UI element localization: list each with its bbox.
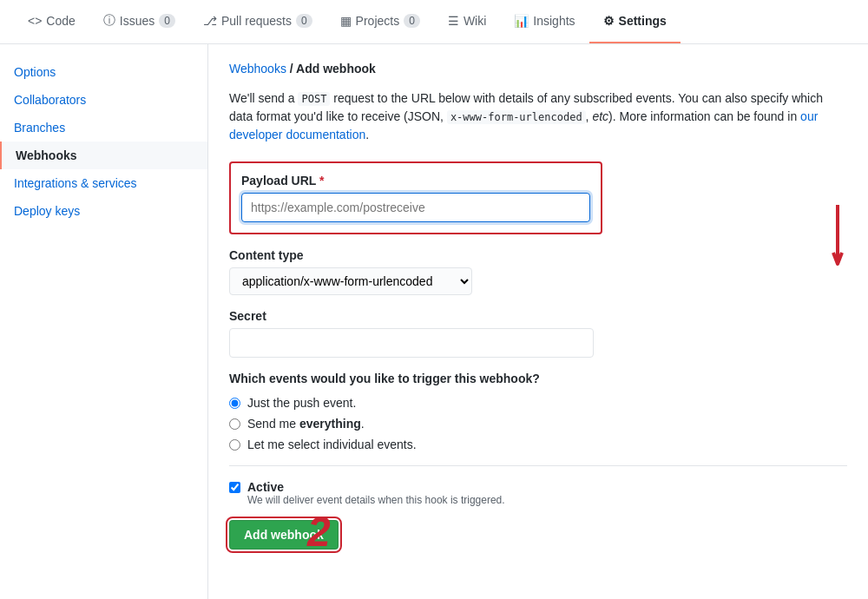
payload-url-label: Payload URL * [241, 174, 590, 188]
page-description: We'll send a POST request to the URL bel… [229, 89, 847, 144]
nav-projects[interactable]: ▦ Projects 0 [326, 0, 434, 43]
breadcrumb-separator: / [290, 62, 296, 76]
breadcrumb-current: Add webhook [296, 62, 376, 76]
wiki-icon: ☰ [448, 14, 459, 28]
nav-wiki[interactable]: ☰ Wiki [434, 0, 500, 43]
nav-projects-label: Projects [356, 14, 400, 28]
nav-issues[interactable]: ⓘ Issues 0 [89, 0, 189, 43]
secret-label: Secret [229, 309, 847, 323]
annotation-2: 2 [307, 511, 331, 553]
arrow-down-icon [832, 205, 844, 266]
sidebar: Options Collaborators Branches Webhooks … [0, 44, 208, 599]
nav-pullrequests[interactable]: ⎇ Pull requests 0 [189, 0, 326, 43]
desc-text1: We'll send a [229, 91, 298, 105]
radio-everything-label: Send me everything. [247, 417, 365, 431]
sidebar-item-options[interactable]: Options [0, 58, 207, 86]
form-divider [229, 465, 847, 466]
desc-code1: POST [298, 92, 330, 106]
submit-area: Add webhook 2 [229, 520, 339, 550]
sidebar-item-deploykeys[interactable]: Deploy keys [0, 197, 207, 225]
pr-icon: ⎇ [203, 14, 217, 28]
content-type-label: Content type [229, 248, 847, 262]
radio-individual-label: Let me select individual events. [247, 438, 417, 451]
pr-badge: 0 [296, 14, 312, 28]
sidebar-item-collaborators[interactable]: Collaborators [0, 86, 207, 114]
projects-icon: ▦ [340, 14, 352, 28]
desc-text5: . [365, 128, 369, 142]
main-content: Webhooks / Add webhook We'll send a POST… [208, 44, 868, 599]
radio-push-input[interactable] [229, 398, 240, 409]
top-nav: <> Code ⓘ Issues 0 ⎇ Pull requests 0 ▦ P… [0, 0, 868, 44]
events-question: Which events would you like to trigger t… [229, 372, 847, 385]
issues-badge: 0 [159, 14, 175, 28]
nav-issues-label: Issues [120, 14, 155, 28]
nav-wiki-label: Wiki [464, 14, 486, 28]
radio-push-label: Just the push event. [247, 396, 356, 410]
insights-icon: 📊 [514, 14, 529, 28]
projects-badge: 0 [404, 14, 420, 28]
payload-url-box: Payload URL * [229, 161, 602, 234]
nav-code[interactable]: <> Code [14, 0, 89, 43]
active-label: Active [247, 480, 505, 494]
payload-url-group: Payload URL * [229, 161, 847, 234]
sidebar-item-integrations[interactable]: Integrations & services [0, 169, 207, 197]
nav-insights[interactable]: 📊 Insights [500, 0, 589, 43]
nav-code-label: Code [46, 14, 75, 28]
radio-individual-input[interactable] [229, 439, 240, 451]
breadcrumb: Webhooks / Add webhook [229, 62, 847, 76]
nav-settings-label: Settings [619, 14, 667, 28]
desc-text3: , etc). More information can be found in [586, 109, 800, 123]
nav-insights-label: Insights [533, 14, 575, 28]
breadcrumb-parent[interactable]: Webhooks [229, 62, 286, 76]
secret-group: Secret [229, 309, 847, 358]
sidebar-item-webhooks[interactable]: Webhooks [0, 142, 207, 169]
radio-everything[interactable]: Send me everything. [229, 417, 847, 431]
content-type-select[interactable]: application/x-www-form-urlencoded applic… [229, 267, 472, 295]
active-text: Active We will deliver event details whe… [247, 480, 505, 506]
radio-individual[interactable]: Let me select individual events. [229, 438, 847, 451]
nav-pr-label: Pull requests [221, 14, 292, 28]
page-layout: Options Collaborators Branches Webhooks … [0, 44, 868, 599]
active-desc: We will deliver event details when this … [247, 494, 505, 506]
desc-code2: x-www-form-urlencoded [447, 110, 586, 124]
sidebar-item-branches[interactable]: Branches [0, 114, 207, 142]
secret-input[interactable] [229, 328, 594, 358]
issues-icon: ⓘ [103, 13, 115, 29]
annotation-arrow [832, 205, 844, 266]
radio-push[interactable]: Just the push event. [229, 396, 847, 410]
events-group: Which events would you like to trigger t… [229, 372, 847, 451]
payload-url-input[interactable] [241, 193, 590, 222]
settings-icon: ⚙ [603, 14, 615, 28]
active-group: Active We will deliver event details whe… [229, 480, 847, 506]
code-icon: <> [28, 14, 42, 28]
radio-everything-input[interactable] [229, 418, 240, 430]
active-checkbox[interactable] [229, 482, 240, 493]
nav-settings[interactable]: ⚙ Settings [589, 0, 681, 43]
content-type-group: Content type application/x-www-form-urle… [229, 248, 847, 295]
required-marker: * [319, 174, 324, 188]
